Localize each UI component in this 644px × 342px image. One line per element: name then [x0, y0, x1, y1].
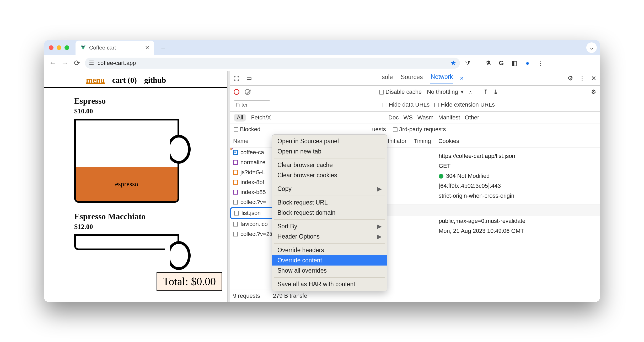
minimize-window-button[interactable]	[57, 45, 61, 50]
detail-tab-cookies[interactable]: Cookies	[438, 138, 459, 145]
ctx-save-har[interactable]: Save all as HAR with content	[272, 279, 387, 289]
disable-cache-checkbox[interactable]: Disable cache	[379, 89, 422, 95]
separator	[478, 88, 478, 96]
devtools-menu-icon[interactable]: ⋮	[579, 75, 585, 82]
separator	[274, 182, 385, 182]
filter-all[interactable]: All	[234, 114, 246, 122]
reload-button[interactable]: ⟳	[73, 59, 81, 67]
main-split: menu cart (0) github Espresso $10.00 esp…	[44, 71, 600, 302]
network-status-bar: 9 requests 279 B transfe	[230, 290, 322, 302]
forward-button[interactable]: →	[61, 59, 69, 67]
ctx-block-url[interactable]: Block request URL	[272, 197, 387, 208]
address-bar[interactable]: ☰ coffee-cart.app ★	[85, 58, 460, 69]
document-icon	[233, 150, 238, 155]
profile-avatar-icon[interactable]: ●	[524, 59, 531, 67]
chevron-right-icon: ▶	[377, 185, 382, 192]
ctx-open-sources[interactable]: Open in Sources panel	[272, 136, 387, 146]
general-policy: strict-origin-when-cross-origin	[439, 192, 595, 199]
more-tabs-icon[interactable]: »	[460, 75, 464, 82]
other-icon	[234, 211, 239, 216]
tab-sources[interactable]: Sources	[400, 73, 423, 84]
ctx-copy-submenu[interactable]: Copy▶	[272, 184, 387, 194]
browser-tab[interactable]: Coffee cart ✕	[76, 41, 154, 55]
inspect-element-icon[interactable]: ⬚	[234, 75, 239, 82]
blocked-requests-checkbox[interactable]: Blocked	[234, 126, 260, 133]
new-tab-button[interactable]: ＋	[159, 44, 167, 51]
site-settings-icon[interactable]: ☰	[89, 60, 94, 66]
product-list: Espresso $10.00 espresso Espresso Macchi…	[44, 88, 227, 250]
mug-label: espresso	[76, 167, 178, 201]
filter-manifest[interactable]: Manifest	[438, 114, 460, 121]
hide-extension-urls-checkbox[interactable]: Hide extension URLs	[434, 101, 495, 108]
close-devtools-icon[interactable]: ✕	[591, 75, 596, 82]
close-tab-icon[interactable]: ✕	[145, 45, 149, 51]
nav-cart[interactable]: cart (0)	[112, 76, 137, 85]
record-button[interactable]	[234, 89, 239, 95]
ctx-header-options-submenu[interactable]: Header Options▶	[272, 231, 387, 242]
ctx-clear-cookies[interactable]: Clear browser cookies	[272, 170, 387, 180]
product-image-espresso[interactable]: espresso	[74, 119, 179, 203]
ctx-sort-by-submenu[interactable]: Sort By▶	[272, 221, 387, 231]
mug-handle-icon	[167, 241, 191, 270]
general-status: 304 Not Modified	[439, 173, 595, 179]
browser-toolbar: ← → ⟳ ☰ coffee-cart.app ★ ⧩ | ⚗ G ◧ ● ⋮	[44, 55, 600, 71]
network-conditions-icon[interactable]: ⸫	[469, 89, 473, 95]
bookmark-star-icon[interactable]: ★	[450, 59, 456, 67]
labs-icon[interactable]: ⚗	[485, 59, 492, 67]
browser-menu-icon[interactable]: ⋮	[537, 59, 544, 67]
ctx-show-overrides[interactable]: Show all overrides	[272, 266, 387, 276]
toolbar-actions: ⧩ | ⚗ G ◧ ● ⋮	[464, 59, 544, 67]
other-icon	[233, 232, 238, 236]
ctx-override-content[interactable]: Override content	[272, 255, 387, 266]
nav-github[interactable]: github	[144, 76, 166, 85]
google-icon[interactable]: G	[498, 59, 505, 67]
detail-tab-timing[interactable]: Timing	[414, 138, 431, 145]
tab-console[interactable]: sole	[381, 73, 393, 84]
network-context-menu: Open in Sources panel Open in new tab Cl…	[272, 134, 387, 291]
filter-wasm[interactable]: Wasm	[417, 114, 434, 121]
ctx-override-headers[interactable]: Override headers	[272, 245, 387, 255]
separator	[274, 219, 385, 220]
filter-ws[interactable]: WS	[403, 114, 412, 121]
cart-total-button[interactable]: Total: $0.00	[157, 272, 222, 291]
export-har-icon[interactable]: ⤓	[493, 89, 498, 95]
status-dot-icon	[439, 174, 443, 179]
ctx-open-tab[interactable]: Open in new tab	[272, 146, 387, 157]
network-settings-gear-icon[interactable]: ⚙	[591, 89, 596, 95]
hide-data-urls-checkbox[interactable]: Hide data URLs	[383, 101, 430, 108]
ctx-clear-cache[interactable]: Clear browser cache	[272, 160, 387, 170]
product-image-macchiato[interactable]	[74, 234, 179, 250]
site-nav: menu cart (0) github	[44, 71, 227, 88]
detail-tab-initiator[interactable]: Initiator	[388, 138, 406, 145]
device-toggle-icon[interactable]: ▭	[246, 75, 252, 82]
tab-network[interactable]: Network	[430, 72, 453, 84]
throttling-select[interactable]: No throttling ▾	[427, 89, 464, 95]
import-har-icon[interactable]: ⤒	[483, 89, 488, 95]
product-price: $12.00	[74, 223, 227, 231]
filter-doc[interactable]: Doc	[388, 114, 399, 121]
filter-other[interactable]: Other	[465, 114, 479, 121]
separator	[259, 74, 259, 82]
maximize-window-button[interactable]	[65, 45, 69, 50]
filter-input[interactable]	[234, 100, 270, 109]
network-type-filter: All Fetch/X Doc WS Wasm Manifest Other	[230, 112, 600, 124]
nav-menu[interactable]: menu	[86, 76, 105, 85]
tabs-dropdown-button[interactable]: ⌄	[586, 42, 597, 53]
extensions-icon[interactable]: ⧩	[464, 59, 471, 67]
general-method: GET	[439, 163, 595, 169]
back-button[interactable]: ←	[49, 59, 57, 67]
settings-gear-icon[interactable]: ⚙	[567, 75, 573, 82]
pane-splitter[interactable]	[228, 71, 230, 302]
close-window-button[interactable]	[49, 45, 53, 50]
clear-log-button[interactable]	[245, 89, 250, 95]
other-icon	[233, 222, 238, 227]
third-party-checkbox[interactable]: 3rd-party requests	[393, 126, 446, 133]
filter-fetch[interactable]: Fetch/X	[251, 114, 271, 121]
ctx-block-domain[interactable]: Block request domain	[272, 208, 387, 218]
product-price: $10.00	[74, 107, 227, 115]
other-icon	[233, 200, 238, 205]
stylesheet-icon	[233, 160, 238, 165]
separator	[274, 158, 385, 158]
network-toolbar-1: Disable cache No throttling ▾ ⸫ ⤒ ⤓ ⚙	[230, 86, 600, 98]
sidepanel-icon[interactable]: ◧	[511, 59, 518, 67]
